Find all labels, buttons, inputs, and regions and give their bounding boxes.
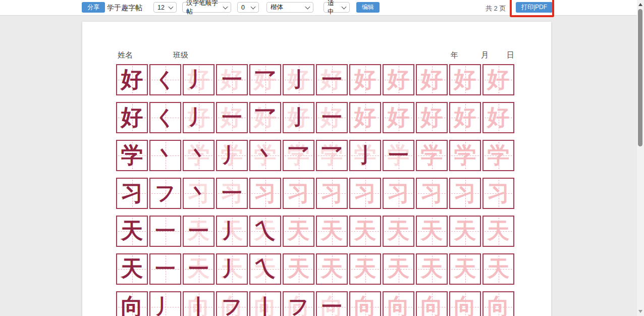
practice-char-trace: 习 — [421, 182, 443, 204]
stroke-glyph: 一 — [155, 221, 176, 241]
practice-cell: 天乀 — [249, 216, 281, 247]
practice-char-trace: 向 — [388, 296, 410, 316]
practice-char-trace: 习 — [454, 182, 476, 204]
practice-cell: 好乛 — [249, 102, 281, 133]
practice-char-trace: 好 — [388, 107, 410, 129]
practice-char-trace: 天 — [288, 258, 310, 280]
stroke-glyph: 丿 — [189, 108, 209, 128]
practice-cell: 好亅 — [283, 102, 314, 133]
practice-char: 好 — [121, 107, 143, 129]
practice-row: 天一天一天丿天乀天天天天天天天 — [116, 253, 514, 285]
practice-char-trace: 天 — [421, 258, 443, 280]
practice-cell: 好 — [383, 64, 414, 95]
practice-cell: 向 — [416, 291, 448, 316]
practice-char-trace: 好 — [454, 107, 476, 129]
chevron-down-icon — [169, 4, 174, 9]
practice-char-trace: 好 — [488, 107, 510, 129]
start-index-select[interactable]: 0 — [237, 2, 259, 13]
practice-cell: 学乛 — [316, 140, 348, 171]
stroke-glyph: 一 — [322, 70, 342, 90]
practice-char: 习 — [121, 182, 143, 204]
practice-cell: 天 — [316, 253, 348, 285]
stroke-glyph: 乛 — [289, 145, 309, 166]
practice-cell: く — [149, 64, 181, 95]
practice-cell: 好亅 — [283, 64, 314, 95]
practice-cell: 天 — [482, 253, 514, 285]
practice-char-trace: 天 — [421, 220, 443, 242]
stroke-glyph: 一 — [189, 221, 209, 241]
print-pdf-button[interactable]: 打印|PDF — [516, 2, 553, 13]
practice-cell: 学 — [449, 140, 481, 171]
practice-cell: 好乛 — [249, 64, 281, 95]
font-size-select[interactable]: 12 — [153, 2, 177, 13]
stroke-glyph: 丶 — [155, 145, 176, 166]
practice-char-trace: 学 — [454, 144, 476, 167]
start-index-value: 0 — [241, 4, 245, 11]
practice-char-trace: 好 — [354, 107, 377, 129]
practice-cell: 向丨 — [249, 291, 281, 316]
template-select[interactable]: 汉字笔顺字帖 — [182, 2, 231, 13]
practice-char: 好 — [121, 69, 143, 91]
practice-grid: 好く好丿好一好乛好亅好一好好好好好好く好丿好一好乛好亅好一好好好好好学丶学丶学丿… — [116, 64, 514, 316]
stroke-glyph: 丨 — [189, 297, 209, 316]
practice-cell: 天 — [482, 216, 514, 247]
practice-cell: 向一 — [316, 291, 348, 316]
practice-cell: 学 — [116, 140, 148, 171]
practice-cell: 天 — [316, 216, 348, 247]
stroke-glyph: 亅 — [289, 108, 309, 128]
practice-cell: 好 — [116, 102, 148, 133]
font-family-select[interactable]: 楷体 — [266, 2, 313, 13]
density-select[interactable]: 适中 — [324, 2, 350, 13]
practice-char-trace: 天 — [488, 258, 510, 280]
practice-cell: フ — [149, 178, 181, 209]
practice-cell: 天 — [383, 253, 414, 285]
year-label: 年 — [451, 50, 458, 60]
practice-cell: 天一 — [183, 216, 214, 247]
stroke-glyph: フ — [155, 183, 176, 203]
share-button[interactable]: 分享 — [82, 2, 105, 13]
practice-char-trace: 天 — [288, 220, 310, 242]
vertical-scrollbar[interactable] — [637, 0, 644, 316]
edit-button[interactable]: 编辑 — [356, 2, 380, 13]
chevron-down-icon — [342, 4, 347, 9]
scroll-up-icon[interactable] — [638, 3, 642, 6]
stroke-glyph: 一 — [189, 259, 209, 279]
stroke-glyph: 丿 — [155, 297, 176, 316]
practice-cell: 向 — [482, 291, 514, 316]
page-count: 共 2 页 — [486, 4, 506, 13]
stroke-glyph: 乛 — [255, 108, 276, 128]
practice-cell: 学一 — [383, 140, 414, 171]
toolbar: 分享 学于趣字帖 12 汉字笔顺字帖 0 楷体 适中 编辑 共 2 页 打印|P… — [0, 0, 644, 16]
scroll-down-icon[interactable] — [638, 310, 642, 313]
practice-cell: 好一 — [316, 64, 348, 95]
practice-cell: 习 — [316, 178, 348, 209]
worksheet-page: 姓名 班级 年 月 日 好く好丿好一好乛好亅好一好好好好好好く好丿好一好乛好亅好… — [82, 22, 551, 316]
practice-char-trace: 学 — [488, 144, 510, 167]
stroke-glyph: 丨 — [255, 297, 276, 316]
practice-char-trace: 向 — [488, 296, 510, 316]
stroke-glyph: 一 — [322, 297, 342, 316]
stroke-glyph: く — [155, 108, 176, 128]
practice-cell: 好 — [482, 64, 514, 95]
practice-row: 好く好丿好一好乛好亅好一好好好好好 — [116, 102, 514, 133]
practice-cell: 好 — [116, 64, 148, 95]
stroke-glyph: フ — [222, 297, 242, 316]
practice-row: 好く好丿好一好乛好亅好一好好好好好 — [116, 64, 514, 95]
practice-cell: 天 — [349, 216, 381, 247]
practice-cell: 好 — [383, 102, 414, 133]
practice-cell: 习 — [449, 178, 481, 209]
chevron-down-icon — [223, 4, 228, 9]
practice-cell: 学 — [482, 140, 514, 171]
practice-cell: 天 — [416, 253, 448, 285]
practice-char-trace: 天 — [321, 258, 343, 280]
practice-cell: 好 — [449, 64, 481, 95]
practice-cell: 好 — [482, 102, 514, 133]
practice-char-trace: 习 — [321, 182, 343, 204]
chevron-down-icon — [251, 4, 256, 9]
practice-char: 天 — [121, 258, 143, 280]
practice-char: 天 — [121, 220, 143, 242]
practice-char-trace: 学 — [421, 144, 443, 167]
practice-cell: 向フ — [216, 291, 248, 316]
practice-cell: 向丨 — [183, 291, 214, 316]
scrollbar-thumb[interactable] — [638, 9, 642, 146]
